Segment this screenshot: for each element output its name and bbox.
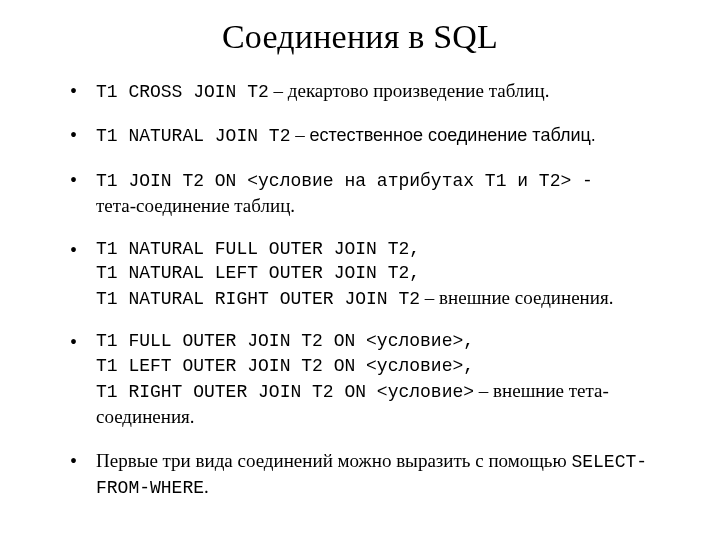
code-text: T1 JOIN T2 ON <условие на атрибутах T1 и… (96, 171, 571, 191)
note-text: . (204, 476, 209, 497)
description: тета-соединение таблиц. (96, 193, 670, 219)
dash: – (420, 287, 439, 308)
hyphen: - (571, 171, 593, 191)
description: декартово произведение таблиц. (288, 80, 550, 101)
code-text: T1 NATURAL JOIN T2 (96, 126, 290, 146)
code-line: T1 RIGHT OUTER JOIN T2 ON <условие> (96, 382, 474, 402)
dash: – (474, 380, 493, 401)
list-item: T1 NATURAL FULL OUTER JOIN T2, T1 NATURA… (70, 237, 670, 312)
description: естественное соединение таблиц. (309, 125, 595, 145)
code-line: T1 NATURAL RIGHT OUTER JOIN T2 (96, 289, 420, 309)
code-line: T1 NATURAL FULL OUTER JOIN T2, (96, 237, 670, 261)
list-item: T1 JOIN T2 ON <условие на атрибутах T1 и… (70, 167, 670, 219)
list-item: T1 NATURAL JOIN T2 – естественное соедин… (70, 122, 670, 148)
list-item: T1 FULL OUTER JOIN T2 ON <условие>, T1 L… (70, 329, 670, 430)
slide: Соединения в SQL T1 CROSS JOIN T2 – дека… (0, 0, 720, 540)
dash: – (269, 80, 288, 101)
code-line: T1 FULL OUTER JOIN T2 ON <условие>, (96, 329, 670, 353)
list-item: T1 CROSS JOIN T2 – декартово произведени… (70, 78, 670, 104)
description: внешние соединения. (439, 287, 613, 308)
bullet-list: T1 CROSS JOIN T2 – декартово произведени… (40, 78, 680, 501)
code-line: T1 NATURAL LEFT OUTER JOIN T2, (96, 261, 670, 285)
page-title: Соединения в SQL (40, 18, 680, 56)
note-text: Первые три вида соединений можно выразит… (96, 450, 571, 471)
code-line: T1 LEFT OUTER JOIN T2 ON <условие>, (96, 354, 670, 378)
code-text: T1 CROSS JOIN T2 (96, 82, 269, 102)
dash: – (290, 124, 309, 145)
list-item: Первые три вида соединений можно выразит… (70, 448, 670, 501)
